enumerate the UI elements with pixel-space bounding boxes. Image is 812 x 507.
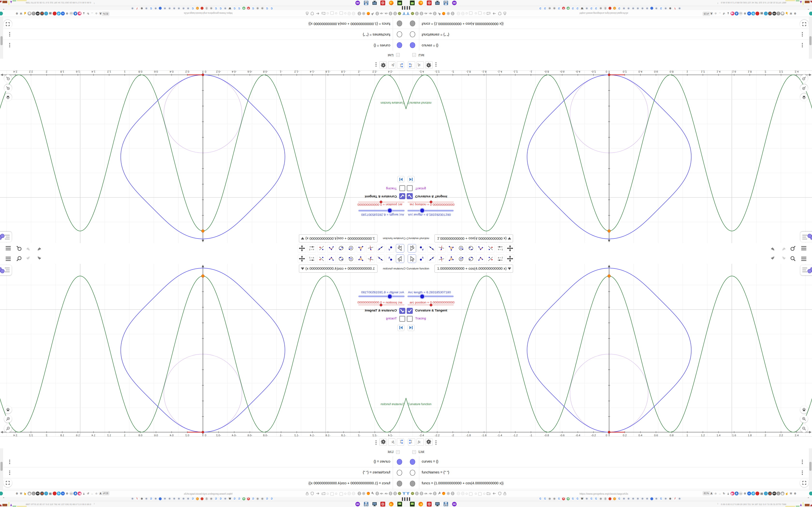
tab-favicon-red[interactable] [201, 497, 203, 500]
tab-favicon-info[interactable]: i [604, 497, 607, 500]
wrench-icon[interactable] [438, 492, 441, 495]
tab-favicon-G[interactable]: G [238, 7, 241, 10]
visibility-marble[interactable] [410, 32, 415, 37]
taskbar-app-terminal[interactable] [397, 502, 402, 507]
tab-favicon-G[interactable]: G [266, 497, 268, 500]
kebab-menu-icon[interactable] [375, 62, 376, 67]
tab-favicon-G[interactable]: G [558, 497, 560, 500]
tab-favicon-G[interactable]: G [576, 7, 579, 10]
extension-forward-icon[interactable]: → [718, 492, 722, 495]
tab-favicon-info[interactable]: i [205, 497, 208, 500]
tab-favicon-G[interactable]: G [215, 497, 217, 500]
tool-polygon-button[interactable] [447, 244, 455, 252]
tab-favicon-flower[interactable]: ✾ [145, 7, 148, 10]
home-button[interactable] [800, 94, 808, 101]
tab-favicon-G[interactable]: G [576, 497, 579, 500]
collapse-icon[interactable]: − [396, 53, 400, 57]
extension-refresh-icon[interactable]: ↻ [86, 492, 90, 495]
taskbar-app-terminal[interactable] [410, 0, 415, 5]
extension-wrench-icon[interactable]: ⚒ [19, 492, 23, 495]
tool-point-button[interactable]: A [386, 244, 394, 252]
graphics-view[interactable]: -2.4-2.2-2-1.8-1.6-1.4-1.2-1-0.8-0.6-0.4… [406, 264, 812, 436]
extension-wrench-icon[interactable]: ⚒ [19, 12, 23, 15]
tab-favicon-G[interactable]: G [590, 497, 593, 500]
collapse-icon[interactable]: − [396, 450, 400, 454]
tab-favicon-gear[interactable]: ⚙ [669, 7, 672, 10]
function-input-box[interactable]: 1.000000000000 + cos(4.000000000000 x) [435, 265, 513, 273]
tool-move-button[interactable] [396, 255, 404, 263]
taskbar-app-firefox[interactable] [418, 502, 423, 507]
taskbar-app-monitor[interactable] [435, 0, 440, 5]
visibility-marble[interactable] [410, 481, 415, 487]
extension-globe-gray-icon[interactable]: ◍ [780, 492, 784, 495]
tab-favicon-G[interactable]: G [595, 497, 597, 500]
globe-icon[interactable] [347, 12, 351, 15]
tab-favicon-globe[interactable]: ⊕ [256, 497, 259, 500]
tool-move-graphics-view-button[interactable] [298, 255, 306, 263]
tab-favicon-flower[interactable]: ✾ [678, 7, 681, 10]
extension-record-red-icon[interactable]: ● [755, 492, 759, 495]
graphics-view[interactable]: -2.4-2.2-2-1.8-1.6-1.4-1.2-1-0.8-0.6-0.4… [0, 71, 406, 243]
tool-line-button[interactable] [427, 255, 436, 263]
lock-icon[interactable] [503, 12, 507, 15]
extension-multicolor-icon[interactable]: ▶ [78, 12, 82, 15]
tab-favicon-G[interactable]: G [571, 7, 574, 10]
row-kebab-icon[interactable] [9, 459, 10, 464]
tool-reflect-about-line-button[interactable] [317, 244, 326, 252]
globe-icon[interactable] [352, 12, 355, 15]
extension-oval-icon[interactable]: ▭ [739, 492, 743, 495]
globe-icon[interactable] [389, 12, 393, 15]
arc-length-slider[interactable] [407, 210, 454, 212]
tab-favicon-flower[interactable]: ✾ [622, 7, 625, 10]
tab-favicon-flower[interactable]: ✾ [187, 497, 190, 500]
scrollbar-thumb[interactable] [0, 462, 3, 471]
tab-favicon-info[interactable]: i [604, 7, 607, 10]
tool-reflect-about-line-button[interactable] [486, 244, 495, 252]
extension-gear-icon[interactable]: ⚙ [15, 492, 19, 495]
globe-icon[interactable] [389, 492, 393, 495]
extension-ud-shield-icon[interactable]: UD [36, 12, 40, 15]
shield-icon[interactable] [498, 12, 502, 15]
tab-favicon-G[interactable]: G [558, 7, 560, 10]
redo-icon[interactable] [26, 245, 33, 251]
extension-plus-blue-icon[interactable]: + [747, 492, 751, 495]
tool-point-button[interactable]: A [386, 255, 394, 263]
algebra-scrollbar[interactable] [809, 17, 812, 59]
row-kebab-icon[interactable] [802, 32, 803, 37]
extension-star-icon[interactable]: ☆ [95, 12, 98, 15]
algebra-row-funcnames[interactable]: funcNames = {" "} [0, 467, 406, 478]
extension-trash-icon[interactable]: ▤ [48, 12, 52, 15]
gauge-icon[interactable] [429, 12, 433, 15]
gear-icon[interactable] [379, 61, 387, 68]
globe-icon[interactable] [451, 492, 455, 495]
row-kebab-icon[interactable] [9, 470, 10, 475]
tool-slider-button[interactable]: a = 2 [496, 255, 504, 263]
algebra-row-funcnames[interactable]: funcNames = {" "} [406, 29, 812, 40]
extension-plus-blue-icon[interactable]: + [61, 492, 65, 495]
extension-multicolor-icon[interactable]: ▶ [730, 12, 734, 15]
tab-favicon-G[interactable]: G [233, 497, 236, 500]
tool-circle-center-point-button[interactable] [457, 244, 465, 252]
tool-circle-center-point-button[interactable] [347, 255, 355, 263]
url-text[interactable]: https://www.geogebra.org/classic/aagcxh3… [579, 492, 628, 495]
globe-icon[interactable] [352, 492, 355, 495]
tab-favicon-G[interactable]: G [215, 7, 217, 10]
tab-favicon-globe[interactable]: ⊕ [548, 497, 551, 500]
taskbar-app-floppy64[interactable]: 64 [444, 502, 448, 507]
search-icon[interactable] [16, 256, 22, 262]
tab-overflow-chevron-icon[interactable]: ⌃ [2, 497, 5, 500]
tool-move-graphics-view-button[interactable] [506, 255, 514, 263]
extension-oval-icon[interactable]: ▭ [69, 492, 73, 495]
tab-favicon-flower[interactable]: ✾ [173, 7, 176, 10]
firefox-icon[interactable] [366, 492, 370, 495]
tab-favicon-flower[interactable]: ✾ [163, 497, 166, 500]
back-arrow-icon[interactable] [493, 492, 496, 495]
extension-shield-gray-icon[interactable]: ⌂ [776, 492, 780, 495]
extension-star-icon[interactable]: ☆ [714, 12, 717, 15]
tab-favicon-fred[interactable]: f [136, 497, 139, 500]
taskbar-app-monitor[interactable] [372, 0, 377, 5]
globe-icon[interactable] [420, 12, 423, 15]
tab-favicon-flower[interactable]: ✾ [622, 497, 625, 500]
y-launcher-icon[interactable] [406, 492, 410, 495]
tab-favicon-G[interactable]: G [266, 7, 268, 10]
